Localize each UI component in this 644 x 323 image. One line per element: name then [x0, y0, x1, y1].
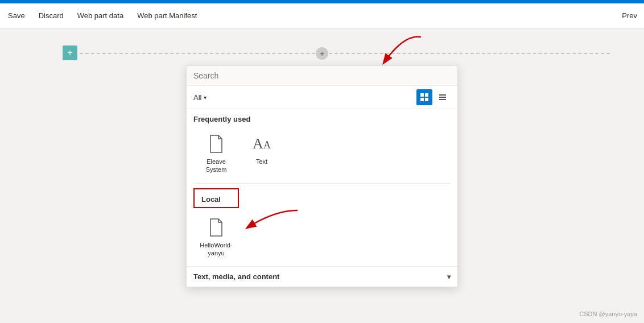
text-label: Text — [256, 158, 267, 165]
svg-rect-5 — [439, 94, 446, 96]
picker-filter-row: All ▾ — [187, 86, 457, 109]
webpart-item-helloworld[interactable]: HelloWorld-yanyu — [193, 213, 239, 261]
svg-rect-6 — [439, 97, 446, 98]
watermark: CSDN @yanyu-yaya — [579, 310, 637, 317]
text-item-icon: AA — [251, 132, 272, 155]
svg-rect-3 — [420, 98, 424, 101]
text-media-content-section[interactable]: Text, media, and content ▾ — [187, 266, 457, 287]
svg-rect-7 — [439, 99, 446, 100]
picker-search-area — [187, 66, 457, 86]
local-grid: HelloWorld-yanyu — [187, 210, 457, 267]
list-view-button[interactable] — [435, 89, 451, 105]
section-divider-line — [80, 53, 610, 54]
plus-left-icon: + — [67, 48, 72, 58]
eleave-label: Eleave System — [196, 158, 237, 174]
text-media-label: Text, media, and content — [193, 272, 279, 281]
filter-all-label: All — [193, 93, 201, 102]
add-section-left-button[interactable]: + — [63, 45, 77, 60]
save-button[interactable]: Save — [7, 9, 26, 22]
add-webpart-center-button[interactable]: + — [316, 47, 328, 60]
svg-rect-1 — [420, 93, 424, 97]
preview-label: Prev — [622, 11, 637, 20]
canvas: + + All ▾ — [0, 28, 644, 323]
discard-button[interactable]: Discard — [38, 9, 65, 22]
toolbar: Save Discard Web part data Web part Mani… — [0, 3, 644, 28]
filter-all-button[interactable]: All ▾ — [193, 93, 209, 102]
plus-center-icon: + — [320, 49, 324, 58]
view-toggle-group — [416, 89, 451, 105]
picker-search-input[interactable] — [193, 71, 451, 80]
picker-scroll-area[interactable]: Frequently used Eleave System AA — [187, 109, 457, 287]
helloworld-label: HelloWorld-yanyu — [196, 241, 237, 258]
filter-chevron-icon: ▾ — [204, 94, 207, 101]
webpart-item-text[interactable]: AA Text — [239, 129, 284, 177]
webpart-picker-panel: All ▾ Frequently used — [186, 65, 458, 287]
svg-rect-2 — [425, 93, 428, 97]
eleave-icon — [206, 132, 226, 155]
frequently-used-grid: Eleave System AA Text — [187, 127, 457, 183]
svg-rect-4 — [425, 98, 428, 101]
webpart-item-eleave[interactable]: Eleave System — [193, 129, 239, 177]
local-section-wrapper: Local — [187, 184, 457, 210]
web-part-data-button[interactable]: Web part data — [76, 9, 125, 22]
frequently-used-section-title: Frequently used — [187, 109, 457, 127]
web-part-manifest-button[interactable]: Web part Manifest — [136, 9, 198, 22]
local-section-title: Local — [193, 188, 239, 208]
grid-view-button[interactable] — [416, 89, 432, 105]
chevron-down-icon: ▾ — [447, 273, 451, 281]
helloworld-icon — [206, 216, 226, 239]
